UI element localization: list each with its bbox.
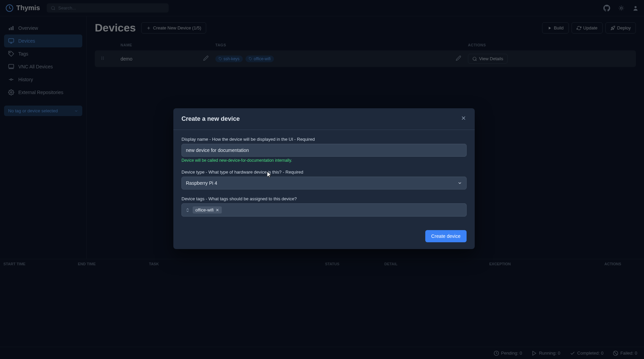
device-tags-input[interactable]: office-wifi ✕	[181, 203, 467, 217]
device-type-select[interactable]: Raspberry Pi 4	[181, 177, 467, 189]
device-type-label: Device type - What type of hardware devi…	[181, 170, 467, 175]
close-icon	[460, 115, 467, 121]
form-group-name: Display name - How the device will be di…	[181, 137, 467, 163]
modal-body: Display name - How the device will be di…	[173, 130, 475, 230]
form-group-type: Device type - What type of hardware devi…	[181, 170, 467, 189]
create-device-modal: Create a new device Display name - How t…	[173, 108, 475, 249]
modal-footer: Create device	[173, 230, 475, 249]
modal-close-button[interactable]	[460, 115, 467, 123]
display-name-input[interactable]	[181, 144, 467, 157]
display-name-hint: Device will be called new-device-for-doc…	[181, 158, 467, 163]
selected-tag-chip: office-wifi ✕	[193, 206, 222, 214]
selected-tag-label: office-wifi	[195, 207, 214, 212]
sort-icon[interactable]	[185, 208, 190, 212]
modal-header: Create a new device	[173, 108, 475, 130]
modal-title: Create a new device	[181, 115, 240, 122]
device-tags-label: Device tags - What tags should be assign…	[181, 196, 467, 201]
display-name-label: Display name - How the device will be di…	[181, 137, 467, 142]
create-device-submit-button[interactable]: Create device	[425, 230, 467, 242]
device-type-value: Raspberry Pi 4	[186, 180, 217, 186]
remove-tag-button[interactable]: ✕	[216, 208, 219, 212]
chevron-down-icon	[457, 181, 462, 185]
form-group-tags: Device tags - What tags should be assign…	[181, 196, 467, 217]
